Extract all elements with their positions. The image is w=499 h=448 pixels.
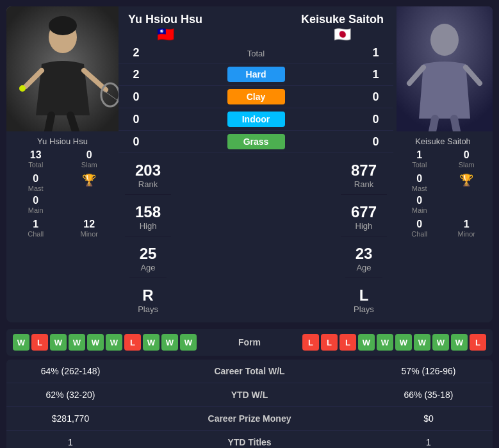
p1-high-lbl: High [140,221,157,231]
p1-clay-score: 0 [125,90,147,104]
hard-label-center: Hard [147,67,364,82]
player1-minor-cell: 12 Minor [65,219,114,238]
player1-flag: 🇹🇼 [128,26,202,43]
p2-total-score: 1 [364,46,387,60]
player2-total-lbl: Total [412,161,427,169]
form-badge: W [358,334,375,351]
player2-main-lbl: Main [412,206,427,214]
player2-minor-val: 1 [464,219,470,230]
form-badge: L [470,334,486,351]
form-badge: W [414,334,430,351]
total-label-center: Total [147,47,364,59]
p2-rank-lbl: Rank [354,179,373,189]
clay-label-center: Clay [147,89,364,104]
p1-rank-lbl: Rank [138,179,158,189]
p2-age-val: 23 [356,245,373,263]
ytd-wl-row: 62% (32-20) YTD W/L 66% (35-18) [6,383,493,407]
ytd-wl-label: YTD W/L [122,390,377,400]
p1-center-stats: 203 Rank 158 High 25 Age R Plays [125,156,171,319]
player1-total-cell: 13 Total [12,149,60,169]
form-badge: W [13,334,29,351]
p2-career-wl: 57% (126-96) [377,366,480,376]
player1-total-val: 13 [30,149,42,161]
player1-form: WLWWWWLWWW [13,334,197,351]
clay-badge: Clay [227,89,285,104]
player2-mast-stats: 0 Mast 🏆 0 Main [398,173,487,214]
player2-trophy-icon: 🏆 [459,173,473,187]
player2-minor-cell: 1 Minor [446,219,488,238]
svg-point-9 [430,24,459,56]
p2-rank-val: 877 [351,162,377,179]
player1-main-lbl: Main [28,206,44,214]
player1-column: Yu Hsiou Hsu 13 Total 0 Slam 0 [6,6,119,322]
player2-mast-val: 0 [416,173,422,185]
p2-ytd-titles: 1 [377,437,480,447]
player2-slam-lbl: Slam [459,161,475,169]
p2-high-lbl: High [356,221,373,231]
player2-mast-cell: 0 Mast [398,173,441,192]
career-total-row: 64% (262-148) Career Total W/L 57% (126-… [6,360,493,383]
p2-plays-lbl: Plays [354,304,374,314]
p1-plays-box: R Plays [127,281,168,319]
p2-center-stats: 877 Rank 677 High 23 Age L Plays [341,156,387,319]
svg-point-3 [49,16,77,35]
p2-age-lbl: Age [356,263,371,272]
p1-age-box: 25 Age [129,240,167,278]
player1-name-label: Yu Hsiou Hsu [37,137,88,146]
form-badge: L [302,334,319,351]
player1-trophy-cell: 🏆 [65,173,114,192]
form-badge: W [451,334,468,351]
player2-name-label: Keisuke Saitoh [415,137,471,146]
p1-indoor-score: 0 [125,113,147,126]
p1-high-val: 158 [135,203,161,221]
form-badge: W [377,334,393,351]
player2-header: Keisuke Saitoh 🇯🇵 [301,13,384,43]
form-badge: W [395,334,412,351]
player1-basic-stats: 13 Total 0 Slam [12,149,113,169]
p1-total-score: 2 [125,46,147,60]
p1-age-val: 25 [140,245,157,263]
p2-indoor-score: 0 [364,113,387,126]
indoor-score-row: 0 Indoor 0 [119,108,393,131]
grass-badge: Grass [227,134,285,149]
p2-clay-score: 0 [364,90,387,104]
player1-chall-stats: 1 Chall 12 Minor [12,219,113,238]
p1-hard-score: 2 [125,68,147,81]
player2-chall-val: 0 [416,219,422,230]
player2-name: Keisuke Saitoh [301,13,384,26]
p1-career-wl: 64% (262-148) [19,366,122,376]
center-panel: Yu Hsiou Hsu 🇹🇼 Keisuke Saitoh 🇯🇵 2 Tota… [119,6,393,322]
player2-slam-val: 0 [464,149,470,161]
player1-name-area: Yu Hsiou Hsu 13 Total 0 Slam 0 [6,131,119,243]
top-section: Yu Hsiou Hsu 13 Total 0 Slam 0 [6,6,493,322]
player2-main-val: 0 [416,195,422,206]
player1-minor-lbl: Minor [80,230,98,238]
form-badge: W [69,334,85,351]
player1-chall-val: 1 [33,219,38,230]
p2-plays-val: L [359,286,369,304]
center-scores: 2 Total 1 2 Hard 1 0 [119,43,393,153]
player1-chall-lbl: Chall [28,230,44,238]
player1-chall-cell: 1 Chall [12,219,60,238]
form-badge: L [339,334,356,351]
p1-plays-lbl: Plays [138,304,158,314]
player1-photo [6,6,119,131]
player2-main-cell: 0 Main [398,195,441,214]
form-badge: L [31,334,48,351]
p1-ytd-titles: 1 [19,437,122,447]
player1-main-cell: 0 Main [12,195,60,214]
player2-slam-cell: 0 Slam [446,149,488,169]
form-badge: L [321,334,338,351]
player2-total-cell: 1 Total [398,149,441,169]
career-total-label: Career Total W/L [122,366,377,376]
player2-minor-lbl: Minor [457,230,475,238]
form-badge: W [50,334,67,351]
ytd-titles-label: YTD Titles [122,437,377,447]
career-prize-row: $281,770 Career Prize Money $0 [6,407,493,431]
p1-rank-box: 203 Rank [125,156,171,195]
svg-point-6 [19,85,26,92]
form-badge: W [161,334,178,351]
player1-minor-val: 12 [83,219,95,230]
p2-high-box: 677 High [341,198,387,236]
form-label: Form [238,337,261,347]
